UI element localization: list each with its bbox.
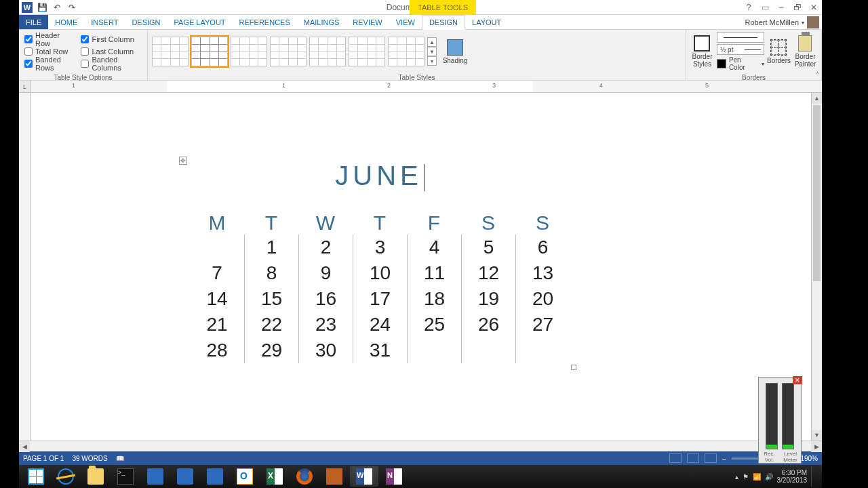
scroll-down-button[interactable]: ▼ <box>812 430 822 441</box>
zoom-level-label[interactable]: 190% <box>800 455 818 462</box>
scroll-up-button[interactable]: ▲ <box>812 93 822 104</box>
calendar-cell[interactable]: 8 <box>244 260 298 286</box>
scroll-right-button[interactable]: ▶ <box>811 441 822 452</box>
table-styles-gallery[interactable]: ▲▼▾ <box>152 37 437 66</box>
save-icon[interactable]: 💾 <box>37 2 47 13</box>
undo-icon[interactable]: ↶ <box>52 2 62 13</box>
calendar-cell[interactable] <box>190 235 244 260</box>
pen-color-dropdown[interactable]: Pen Color▾ <box>717 56 764 71</box>
calendar-cell[interactable]: 1 <box>244 235 298 260</box>
taskbar-outlook[interactable] <box>231 466 259 487</box>
calendar-cell[interactable]: 26 <box>461 312 515 338</box>
table-move-handle-icon[interactable]: ✥ <box>179 157 187 165</box>
taskbar-onenote[interactable] <box>380 466 408 487</box>
calendar-cell[interactable]: 2 <box>298 235 353 260</box>
calendar-cell[interactable]: 3 <box>353 235 407 260</box>
horizontal-ruler[interactable]: L 1 1 2 3 4 5 <box>19 81 822 93</box>
tab-insert[interactable]: INSERT <box>84 15 125 29</box>
system-tray[interactable]: ▴ ⚑ 📶 🔊 6:30 PM 3/20/2013 <box>735 466 820 487</box>
redo-icon[interactable]: ↷ <box>66 2 77 13</box>
tab-file[interactable]: FILE <box>19 15 48 29</box>
word-count-label[interactable]: 39 WORDS <box>72 455 107 462</box>
vertical-ruler[interactable] <box>19 93 31 441</box>
table-style-thumb[interactable] <box>388 37 425 66</box>
header-row-checkbox[interactable]: Header Row <box>24 34 75 45</box>
collapse-ribbon-button[interactable]: ˄ <box>816 71 819 79</box>
signed-in-user[interactable]: Robert McMillen ▾ <box>745 15 819 30</box>
tab-design-main[interactable]: DESIGN <box>125 15 167 29</box>
taskbar-app[interactable] <box>201 466 229 487</box>
taskbar-clock[interactable]: 6:30 PM 3/20/2013 <box>777 469 808 484</box>
borders-button[interactable]: Borders <box>767 31 791 72</box>
calendar-cell[interactable]: 25 <box>407 312 461 338</box>
vol-meter-close-button[interactable]: ✕ <box>793 376 802 384</box>
calendar-cell[interactable]: 6 <box>515 235 570 260</box>
calendar-cell[interactable]: 24 <box>353 312 407 338</box>
web-layout-view-button[interactable] <box>705 453 717 463</box>
calendar-cell[interactable]: 20 <box>515 286 570 312</box>
read-mode-view-button[interactable] <box>669 453 682 463</box>
tab-home[interactable]: HOME <box>48 15 84 29</box>
tab-table-design[interactable]: DESIGN <box>422 15 465 30</box>
calendar-cell[interactable]: 22 <box>244 312 298 338</box>
taskbar-ie[interactable] <box>52 466 80 487</box>
tray-icon[interactable]: ⚑ <box>743 473 749 481</box>
calendar-cell[interactable]: 11 <box>407 260 461 286</box>
zoom-out-button[interactable]: – <box>722 455 726 462</box>
tab-references[interactable]: REFERENCES <box>233 15 297 29</box>
calendar-cell[interactable]: 19 <box>461 286 515 312</box>
calendar-cell[interactable]: 4 <box>407 235 461 260</box>
calendar-cell[interactable]: 7 <box>190 260 244 286</box>
tab-review[interactable]: REVIEW <box>346 15 389 29</box>
calendar-cell[interactable]: 27 <box>515 312 570 338</box>
banded-columns-checkbox[interactable]: Banded Columns <box>81 58 142 69</box>
calendar-cell[interactable]: 28 <box>190 338 244 363</box>
border-styles-button[interactable]: Border Styles <box>690 31 714 72</box>
scroll-left-button[interactable]: ◀ <box>19 441 30 452</box>
calendar-cell[interactable]: 15 <box>244 286 298 312</box>
table-style-thumb[interactable] <box>231 37 267 66</box>
calendar-cell[interactable] <box>407 338 461 363</box>
restore-button[interactable]: 🗗 <box>791 1 804 14</box>
shading-button[interactable]: Shading <box>439 31 471 72</box>
taskbar-firefox[interactable] <box>290 466 319 487</box>
minimize-button[interactable]: – <box>774 1 788 14</box>
calendar-month-title[interactable]: JUNE <box>190 161 570 191</box>
word-app-icon[interactable]: W <box>22 2 33 13</box>
calendar-cell[interactable]: 30 <box>298 338 353 363</box>
table-style-thumb[interactable] <box>309 37 346 66</box>
calendar-table[interactable]: JUNE MTWTFSS 123456789101112131415161718… <box>190 161 570 363</box>
taskbar-file-explorer[interactable] <box>81 466 110 487</box>
pen-style-dropdown[interactable] <box>717 32 764 43</box>
calendar-cell[interactable]: 14 <box>190 286 244 312</box>
print-layout-view-button[interactable] <box>687 453 699 463</box>
document-canvas[interactable]: ✥ JUNE MTWTFSS 1234567891011121314151617… <box>31 93 822 441</box>
help-button[interactable]: ? <box>742 1 755 14</box>
calendar-cell[interactable]: 29 <box>244 338 298 363</box>
calendar-cell[interactable]: 23 <box>298 312 353 338</box>
taskbar-app[interactable] <box>171 466 199 487</box>
calendar-cell[interactable]: 31 <box>353 338 407 363</box>
taskbar-terminal[interactable] <box>111 466 140 487</box>
table-style-thumb[interactable] <box>152 37 189 66</box>
gallery-scroll[interactable]: ▲▼▾ <box>427 37 437 66</box>
table-resize-handle-icon[interactable] <box>571 365 576 370</box>
table-style-thumb[interactable] <box>191 37 228 66</box>
taskbar-app[interactable] <box>320 466 349 487</box>
vertical-scrollbar[interactable]: ▲ ▼ <box>811 93 822 441</box>
spellcheck-icon[interactable]: 📖 <box>116 455 124 462</box>
tray-network-icon[interactable]: 📶 <box>753 473 761 481</box>
ribbon-display-options-button[interactable]: ▭ <box>758 1 772 14</box>
banded-rows-checkbox[interactable]: Banded Rows <box>24 58 75 69</box>
table-style-thumb[interactable] <box>349 37 385 66</box>
taskbar-word[interactable] <box>350 466 378 487</box>
calendar-cell[interactable]: 5 <box>461 235 515 260</box>
tab-page-layout[interactable]: PAGE LAYOUT <box>167 15 233 29</box>
horizontal-scrollbar[interactable]: ◀ ▶ <box>19 441 822 451</box>
show-desktop-button[interactable] <box>811 466 816 487</box>
calendar-cell[interactable]: 9 <box>298 260 353 286</box>
table-style-thumb[interactable] <box>270 37 307 66</box>
tab-selector[interactable]: L <box>19 81 31 92</box>
scroll-thumb[interactable] <box>813 105 821 281</box>
tray-volume-icon[interactable]: 🔊 <box>765 473 773 481</box>
